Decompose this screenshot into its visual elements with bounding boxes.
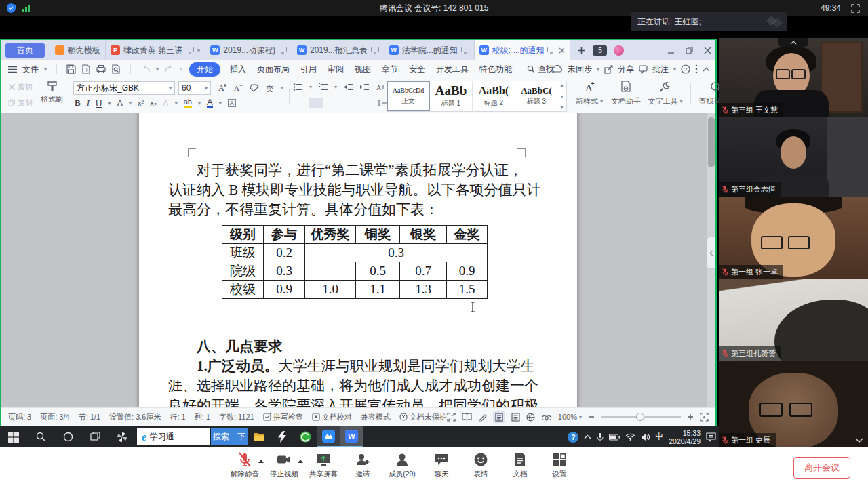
lightning-app-button[interactable] <box>271 426 294 447</box>
print-icon[interactable] <box>96 64 106 74</box>
tray-expand-icon[interactable] <box>584 434 591 439</box>
page-view-icon[interactable] <box>495 413 503 422</box>
panel-page-chevron[interactable] <box>855 438 863 443</box>
increase-indent-icon[interactable] <box>359 83 370 92</box>
docs-button[interactable]: 文档 <box>500 451 540 484</box>
compat-mode[interactable]: 兼容模式 <box>361 412 391 422</box>
menu-security[interactable]: 安全 <box>409 64 425 75</box>
char-effects-button[interactable]: A <box>117 98 123 108</box>
format-painter-button[interactable]: 格式刷 <box>41 81 63 104</box>
chat-button[interactable]: 聊天 <box>422 451 461 484</box>
taskbar-clock[interactable]: 15:33 2020/4/29 <box>669 429 701 445</box>
participant-video[interactable]: 第一组 张一卓 <box>719 197 868 279</box>
export-pdf-icon[interactable] <box>81 64 91 74</box>
mic-options-caret[interactable] <box>258 460 264 463</box>
tab-ppt-lvzheng[interactable]: P 律政菁英 第三讲 <box>106 40 205 60</box>
phonetic-guide-icon[interactable]: 变 <box>264 83 275 93</box>
highlight-button[interactable]: ab <box>184 98 192 108</box>
font-size-select[interactable]: 60▾ <box>178 81 211 95</box>
menu-dev-tools[interactable]: 开发工具 <box>436 64 469 75</box>
cut-button[interactable]: 剪切 <box>8 82 33 92</box>
green-browser-button[interactable] <box>294 426 317 447</box>
align-left-icon[interactable] <box>293 98 304 108</box>
settings-button[interactable]: 设置 <box>540 451 579 484</box>
task-view-button[interactable] <box>81 426 108 447</box>
distribute-icon[interactable] <box>361 98 372 108</box>
protect-status[interactable]: 文档未保护 <box>399 412 447 422</box>
proofread-toggle[interactable]: 文档校对 <box>312 412 352 422</box>
menu-page-layout[interactable]: 页面布局 <box>257 64 290 75</box>
underline-button[interactable]: U <box>96 98 102 108</box>
fullscreen-view-icon[interactable] <box>447 413 456 422</box>
tab-doc-summary[interactable]: W 2019...报汇总表 <box>292 40 384 60</box>
ime-indicator[interactable]: 中 <box>655 431 663 443</box>
sidebar-expand-tab[interactable] <box>707 237 715 269</box>
members-button[interactable]: 成员(29) <box>382 451 422 484</box>
font-name-select[interactable]: 方正小标宋_GBK▾ <box>73 81 175 95</box>
emoji-button[interactable]: 表情 <box>461 451 500 484</box>
hamburger-icon[interactable] <box>8 66 17 73</box>
share-action[interactable]: 分享 <box>618 64 634 75</box>
close-window-icon[interactable] <box>704 47 711 54</box>
document-page[interactable]: 对于获奖同学，进行“第二课堂”素质拓展学分认证， 认证纳入 B 模块即专业技能与… <box>139 113 577 407</box>
collapse-ribbon-icon[interactable] <box>703 67 710 72</box>
spell-check-toggle[interactable]: 拼写检查 <box>263 412 303 422</box>
video-options-caret[interactable] <box>298 460 303 463</box>
print-preview-icon[interactable] <box>111 64 121 74</box>
align-center-icon[interactable] <box>311 98 321 108</box>
tab-home[interactable]: 首页 <box>5 43 45 58</box>
invite-button[interactable]: 邀请 <box>343 451 382 484</box>
user-avatar[interactable] <box>614 45 624 56</box>
tencent-meeting-taskbar-button[interactable] <box>317 426 340 447</box>
bullet-list-icon[interactable] <box>293 83 303 92</box>
style-heading2[interactable]: AaBb( 标题 2 <box>473 81 515 111</box>
menu-references[interactable]: 引用 <box>300 64 317 75</box>
unmute-button[interactable]: 解除静音 <box>225 451 264 484</box>
tab-count-badge[interactable]: 5 <box>593 45 607 56</box>
start-button[interactable] <box>0 426 27 447</box>
menu-home[interactable]: 开始 <box>189 62 220 77</box>
zoom-level[interactable]: 100%▾ <box>558 413 582 421</box>
taskbar-search-button[interactable] <box>27 426 54 447</box>
style-heading3[interactable]: AaBbC( 标题 3 <box>515 81 557 111</box>
fit-page-icon[interactable] <box>700 413 709 422</box>
copy-button[interactable]: 复制 <box>8 98 33 108</box>
bold-button[interactable]: B <box>75 98 81 108</box>
menu-insert[interactable]: 插入 <box>230 64 246 75</box>
wifi-tray-icon[interactable] <box>625 433 635 441</box>
new-style-button[interactable]: A 新样式▾ <box>572 81 606 106</box>
superscript-button[interactable]: x² <box>138 99 144 107</box>
new-tab-icon[interactable] <box>577 46 586 55</box>
undo-icon[interactable] <box>140 65 151 73</box>
justify-icon[interactable] <box>344 98 355 108</box>
help-tray-icon[interactable]: ? <box>568 432 578 443</box>
pen-view-icon[interactable] <box>478 413 487 422</box>
pinwheel-app-button[interactable] <box>108 426 136 447</box>
taskbar-web-search[interactable]: e 学习通 <box>137 428 210 445</box>
tab-doc-faxueyuan[interactable]: W 法学院...的通知 <box>384 40 475 60</box>
status-word-count[interactable]: 字数: 1121 <box>219 412 254 422</box>
web-search-text[interactable]: 学习通 <box>150 431 210 443</box>
file-explorer-button[interactable] <box>248 426 271 447</box>
styles-scroll[interactable]: ▲▼▼ <box>557 81 566 111</box>
panel-collapse-button[interactable] <box>778 38 808 47</box>
toolbar-more-caret-icon[interactable]: ▿ <box>180 66 182 73</box>
comment-action[interactable]: 批注 <box>652 64 669 75</box>
more-menu-icon[interactable] <box>695 64 698 74</box>
zoom-in-icon[interactable] <box>687 413 694 420</box>
cloud-sync-icon[interactable] <box>552 65 563 73</box>
decrease-font-icon[interactable]: A <box>233 83 243 93</box>
fullscreen-toggle-icon[interactable] <box>851 4 860 13</box>
menu-view[interactable]: 视图 <box>355 64 371 75</box>
document-canvas[interactable]: 对于获奖同学，进行“第二课堂”素质拓展学分认证， 认证纳入 B 模块即专业技能与… <box>1 113 715 407</box>
redo-icon[interactable] <box>164 65 174 73</box>
notification-center-icon[interactable] <box>706 432 716 442</box>
leave-meeting-button[interactable]: 离开会议 <box>793 457 850 479</box>
share-screen-button[interactable]: 共享屏幕 <box>304 451 343 484</box>
increase-font-icon[interactable]: A <box>217 83 227 93</box>
menu-review[interactable]: 审阅 <box>328 64 344 75</box>
text-tools-button[interactable]: 文字工具▾ <box>646 81 685 106</box>
tab-docer[interactable]: 稻壳模板 <box>50 40 106 60</box>
wps-taskbar-button[interactable]: W <box>340 426 363 447</box>
cortana-button[interactable] <box>54 426 81 447</box>
